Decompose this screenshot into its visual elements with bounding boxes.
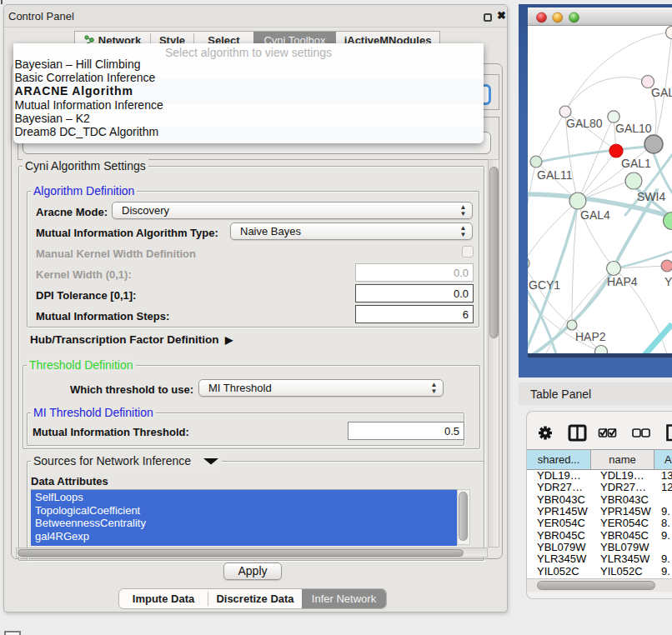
svg-text:GAL: GAL [651,86,672,99]
svg-text:GAL80: GAL80 [566,117,603,130]
svg-text:GAL10: GAL10 [615,122,652,135]
svg-text:SWI4: SWI4 [637,190,665,203]
svg-text:GAL4: GAL4 [580,208,610,222]
svg-text:HAP2: HAP2 [575,330,606,343]
svg-text:GAL11: GAL11 [537,168,573,182]
svg-text:Y: Y [664,275,672,288]
svg-text:HAP4: HAP4 [607,275,638,288]
svg-text:GAL1: GAL1 [621,157,651,170]
svg-text:GCY1: GCY1 [529,278,560,292]
